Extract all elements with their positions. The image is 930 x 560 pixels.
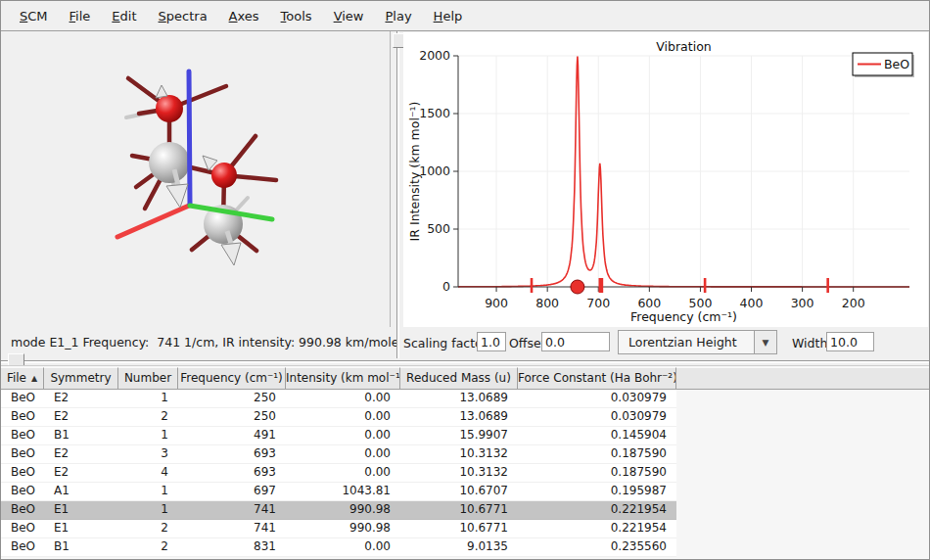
table-cell: BeO (1, 445, 44, 463)
table-cell: B1 (44, 538, 118, 556)
table-cell: 0.00 (286, 408, 400, 426)
spectrum-chart[interactable]: 0500100015002000900800700600500400300200… (403, 32, 928, 327)
table-cell: 1 (118, 427, 178, 444)
svg-text:700: 700 (586, 296, 610, 310)
table-cell: BeO (1, 483, 44, 500)
column-header-1[interactable]: Symmetry (44, 367, 118, 389)
oxygen-atom (211, 163, 237, 188)
svg-text:0: 0 (442, 279, 450, 294)
menu-play[interactable]: Play (374, 4, 422, 28)
table-cell: BeO (1, 390, 44, 407)
svg-text:2000: 2000 (419, 48, 450, 63)
table-cell: BeO (1, 520, 44, 537)
table-cell: 990.98 (286, 501, 400, 519)
table-cell: 2 (118, 408, 178, 426)
table-row[interactable]: BeOE212500.0013.06890.030979 (1, 390, 676, 408)
width-input[interactable] (826, 332, 874, 351)
column-header-4[interactable]: Intensity (km mol⁻¹) (286, 367, 400, 389)
sort-ascending-icon: ▲ (31, 374, 37, 383)
table-cell: 250 (178, 390, 286, 407)
metal-atom (149, 142, 190, 183)
table-row[interactable]: BeOE11741990.9810.67710.221954 (1, 501, 676, 520)
menu-spectra[interactable]: Spectra (148, 4, 218, 28)
table-cell: 491 (178, 427, 286, 444)
column-header-5[interactable]: Reduced Mass (u) (400, 367, 518, 389)
menu-help[interactable]: Help (423, 4, 474, 28)
table-cell: E2 (44, 408, 118, 426)
column-header-2[interactable]: Number (118, 367, 178, 389)
table-row[interactable]: BeOB128310.009.01350.235560 (1, 538, 676, 557)
table-cell: 9.0135 (400, 538, 518, 556)
menu-file[interactable]: File (59, 4, 102, 28)
table-cell: 15.9907 (400, 427, 518, 444)
table-cell: 990.98 (286, 520, 400, 537)
scaling-factor-input[interactable] (477, 332, 506, 351)
column-header-3[interactable]: Frequency (cm⁻¹) (178, 367, 286, 389)
mode-status-text: mode E1_1 Frequency: 741 1/cm, IR intens… (11, 335, 398, 350)
mode-marker (826, 278, 829, 293)
table-row[interactable]: BeOE236930.0010.31320.187590 (1, 445, 676, 464)
table-row[interactable]: BeOE12741990.9810.67710.221954 (1, 520, 676, 538)
offset-input[interactable] (541, 332, 610, 351)
table-row[interactable]: BeOA116971043.8110.67070.195987 (1, 483, 676, 501)
menu-view[interactable]: View (323, 4, 375, 28)
table-cell: 0.00 (286, 390, 400, 407)
table-cell: BeO (1, 464, 44, 482)
chevron-down-icon: ▼ (754, 331, 776, 353)
table-cell: 0.235560 (518, 538, 676, 556)
svg-text:400: 400 (740, 296, 764, 310)
table-cell: B1 (44, 427, 118, 444)
table-cell: 2 (118, 520, 178, 537)
table-cell: BeO (1, 501, 44, 519)
table-cell: 0.145904 (518, 427, 676, 444)
table-cell: 0.00 (286, 445, 400, 463)
z-axis-arrow (189, 71, 190, 205)
lineshape-selected-value: Lorentzian Height (619, 335, 754, 350)
table-cell: 741 (178, 501, 286, 519)
column-header-0[interactable]: File▲ (1, 367, 44, 389)
column-header-filler (676, 367, 930, 389)
table-cell: 10.3132 (400, 464, 518, 482)
vertical-splitter[interactable] (394, 31, 402, 358)
table-cell: 741 (178, 520, 286, 537)
table-cell: 2 (118, 538, 178, 556)
spectrum-controls: Scaling factor: Offset: Lorentzian Heigh… (403, 328, 929, 357)
column-header-6[interactable]: Force Constant (Ha Bohr⁻²) (518, 367, 676, 389)
table-body: BeOE212500.0013.06890.030979BeOE222500.0… (1, 390, 930, 559)
table-row[interactable]: BeOE222500.0013.06890.030979 (1, 408, 676, 427)
modes-table: File▲SymmetryNumberFrequency (cm⁻¹)Inten… (1, 365, 930, 559)
table-cell: E1 (44, 520, 118, 537)
table-cell: BeO (1, 538, 44, 556)
molecule-3d-view[interactable] (2, 31, 391, 327)
table-cell: 693 (178, 445, 286, 463)
table-row[interactable]: BeOB114910.0015.99070.145904 (1, 427, 676, 445)
menu-edit[interactable]: Edit (101, 4, 147, 28)
mode-marker (531, 278, 534, 293)
table-cell: 0.00 (286, 427, 400, 444)
table-cell: 10.6771 (400, 501, 518, 519)
table-cell: E2 (44, 445, 118, 463)
chart-title: Vibration (656, 39, 711, 54)
menu-axes[interactable]: Axes (218, 4, 270, 28)
table-cell: 1 (118, 483, 178, 500)
table-cell: 13.0689 (400, 390, 518, 407)
menu-scm[interactable]: SCM (9, 4, 59, 28)
table-cell: 4 (118, 464, 178, 482)
svg-text:900: 900 (485, 296, 508, 310)
menu-tools[interactable]: Tools (270, 4, 323, 28)
legend-series-label: BeO (884, 57, 909, 71)
table-cell: 697 (178, 483, 286, 500)
table-cell: E1 (44, 501, 118, 519)
table-cell: 1043.81 (286, 483, 400, 500)
horizontal-splitter[interactable] (1, 357, 930, 365)
table-cell: 250 (178, 408, 286, 426)
selected-mode-marker[interactable] (571, 280, 584, 294)
svg-text:300: 300 (791, 296, 814, 310)
y-axis-label: IR Intensity (km mol⁻¹) (407, 102, 422, 242)
svg-text:800: 800 (535, 296, 559, 310)
x-axis-arrow (117, 206, 189, 237)
lineshape-dropdown[interactable]: Lorentzian Height ▼ (618, 330, 777, 354)
svg-text:1500: 1500 (419, 106, 450, 120)
table-row[interactable]: BeOE246930.0010.31320.187590 (1, 464, 676, 483)
table-cell: 1 (118, 501, 178, 519)
